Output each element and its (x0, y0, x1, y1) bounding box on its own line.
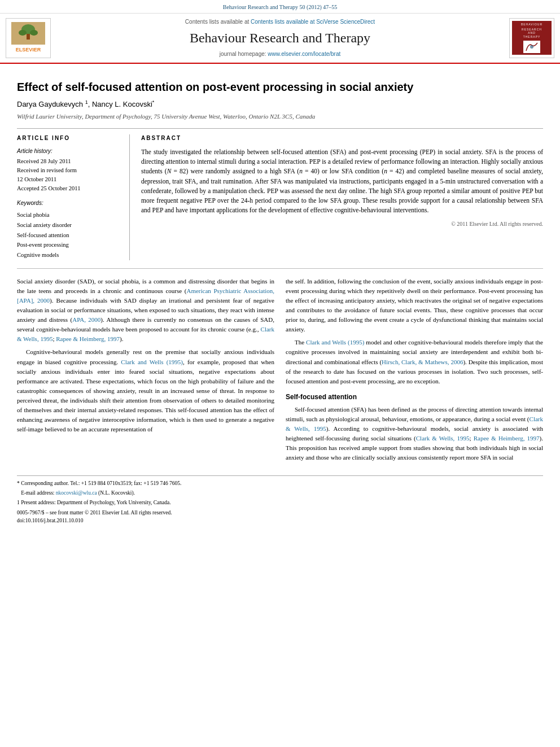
elsevier-image (11, 22, 45, 45)
revised-date: 12 October 2011 (17, 175, 121, 184)
elsevier-text: ELSEVIER (16, 46, 41, 54)
ref-apa-link[interactable]: American Psychiatric Association, [APA],… (17, 287, 274, 304)
doi-line: doi:10.1016/j.brat.2011.10.010 (17, 517, 543, 525)
body-para-1: Social anxiety disorder (SAD), or social… (17, 277, 274, 344)
article-authors: Darya Gaydukevych 1, Nancy L. Kocovski* (17, 99, 543, 110)
abstract-column: ABSTRACT The study investigated the rela… (141, 134, 543, 260)
copyright-line: © 2011 Elsevier Ltd. All rights reserved… (141, 220, 543, 229)
right-logo: BEHAVIOUR RESEARCH AND THERAPY (509, 18, 554, 59)
homepage-link[interactable]: www.elsevier.com/locate/brat (268, 51, 340, 57)
body-right-column: the self. In addition, following the con… (286, 277, 543, 466)
journal-citation: Behaviour Research and Therapy 50 (2012)… (223, 4, 338, 10)
brat-box: BEHAVIOUR RESEARCH AND THERAPY (512, 21, 552, 55)
footnote-email: E-mail address: nkocovski@wlu.ca (N.L. K… (17, 489, 543, 497)
journal-center-info: Contents lists available at Contents lis… (56, 18, 504, 59)
svg-point-6 (530, 45, 533, 49)
keywords-section: Keywords: Social phobia Social anxiety d… (17, 199, 121, 260)
keyword-3: Self-focused attention (17, 230, 121, 241)
article-info-abstract: ARTICLE INFO Article history: Received 2… (17, 128, 543, 260)
ref-clark-wells4-link[interactable]: Clark & Wells, 1995 (286, 416, 543, 432)
abstract-header: ABSTRACT (141, 134, 543, 143)
body-columns: Social anxiety disorder (SAD), or social… (17, 277, 543, 466)
doi-section: 0005-7967/$ – see front matter © 2011 El… (17, 509, 543, 525)
journal-title: Behaviour Research and Therapy (190, 28, 370, 48)
elsevier-logo: ELSEVIER (6, 18, 51, 59)
ref-clark-wells2-link[interactable]: Clark and Wells (1995) (121, 359, 183, 365)
ref-clark-wells5-link[interactable]: Clark & Wells, 1995 (416, 435, 470, 442)
svg-point-3 (19, 30, 27, 36)
history-label: Article history: (17, 147, 121, 156)
journal-bar: Behaviour Research and Therapy 50 (2012)… (0, 0, 560, 14)
ref-rapee2-link[interactable]: Rapee & Heimberg, 1997 (474, 435, 540, 442)
journal-header: ELSEVIER Contents lists available at Con… (0, 14, 560, 64)
homepage-line: journal homepage: www.elsevier.com/locat… (220, 50, 341, 59)
sciverse-line: Contents lists available at Contents lis… (185, 18, 375, 27)
ref-hirsch-link[interactable]: Hirsch, Clark, & Mathews, 2006 (382, 359, 463, 365)
ref-apa2-link[interactable]: APA, 2000 (72, 316, 100, 323)
body-para-4: The Clark and Wells (1995) model and oth… (286, 338, 543, 386)
abstract-text: The study investigated the relationship … (141, 147, 543, 216)
footnotes: * Corresponding author. Tel.: +1 519 884… (17, 475, 543, 508)
svg-rect-2 (27, 34, 30, 40)
body-left-column: Social anxiety disorder (SAD), or social… (17, 277, 274, 466)
keyword-5: Cognitive models (17, 250, 121, 260)
ref-rapee-link[interactable]: Rapee & Heimberg, 1997 (56, 335, 120, 342)
ref-clark-wells3-link[interactable]: Clark and Wells (1995) (306, 339, 364, 346)
body-para-2: Cognitive-behavioural models generally r… (17, 347, 274, 434)
footnote-1: 1 Present address: Department of Psychol… (17, 499, 543, 507)
article-title: Effect of self-focused attention on post… (17, 80, 543, 94)
keyword-2: Social anxiety disorder (17, 220, 121, 230)
body-para-5: Self-focused attention (SFA) has been de… (286, 405, 543, 462)
received-date: Received 28 July 2011 (17, 157, 121, 166)
sciverse-link[interactable]: Contents lists available at SciVerse Sci… (251, 19, 375, 25)
footnote-asterisk: * Corresponding author. Tel.: +1 519 884… (17, 479, 543, 488)
footnote-email-link[interactable]: nkocovski@wlu.ca (56, 490, 97, 496)
article-info-column: ARTICLE INFO Article history: Received 2… (17, 134, 130, 260)
received-revised-label: Received in revised form (17, 166, 121, 175)
main-content: Effect of self-focused attention on post… (0, 64, 560, 536)
article-history: Article history: Received 28 July 2011 R… (17, 147, 121, 193)
svg-point-4 (30, 30, 38, 36)
article-affiliation: Wilfrid Laurier University, Department o… (17, 112, 543, 121)
section-divider (17, 268, 543, 269)
sfa-section-head: Self-focused attention (286, 392, 543, 403)
body-para-3: the self. In addition, following the con… (286, 277, 543, 334)
issn-line: 0005-7967/$ – see front matter © 2011 El… (17, 509, 543, 517)
keywords-label: Keywords: (17, 199, 121, 208)
keyword-1: Social phobia (17, 210, 121, 220)
article-info-header: ARTICLE INFO (17, 134, 121, 143)
keyword-4: Post-event processing (17, 240, 121, 250)
accepted-date: Accepted 25 October 2011 (17, 184, 121, 193)
